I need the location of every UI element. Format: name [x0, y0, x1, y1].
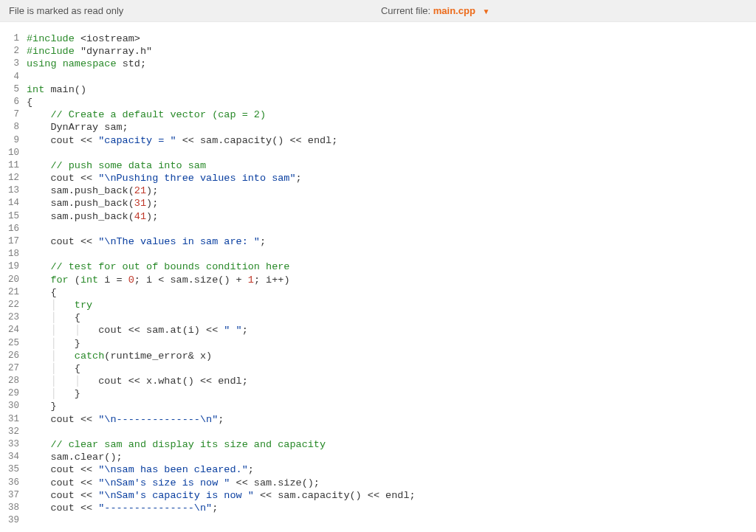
- line-number: 18: [0, 248, 19, 260]
- code-line: int main(): [27, 83, 756, 96]
- line-number: 29: [0, 387, 19, 400]
- line-number: 4: [0, 71, 19, 83]
- line-number: 38: [0, 502, 19, 514]
- line-number: 20: [0, 274, 19, 286]
- line-number: 11: [0, 159, 19, 172]
- line-number: 21: [0, 286, 19, 299]
- code-line: for (int i = 0; i < sam.size() + 1; i++): [27, 274, 756, 286]
- code-line: │ catch(runtime_error& x): [27, 350, 756, 362]
- code-line: [27, 223, 756, 235]
- line-number: 25: [0, 337, 19, 350]
- code-line: [27, 426, 756, 438]
- code-editor: 1234567891011121314151617181920212223242…: [0, 22, 756, 527]
- code-line: #include "dynarray.h": [27, 45, 756, 58]
- line-number: 5: [0, 83, 19, 96]
- line-number: 6: [0, 96, 19, 108]
- code-line: │ {: [27, 311, 756, 324]
- line-number: 3: [0, 58, 19, 70]
- line-number: 17: [0, 235, 19, 248]
- line-number: 19: [0, 260, 19, 273]
- readonly-indicator: File is marked as read only: [9, 5, 123, 16]
- line-number: 2: [0, 45, 19, 58]
- code-line: DynArray sam;: [27, 121, 756, 134]
- line-number: 23: [0, 311, 19, 324]
- line-number-gutter: 1234567891011121314151617181920212223242…: [0, 32, 27, 527]
- line-number: 35: [0, 463, 19, 476]
- line-number: 31: [0, 413, 19, 426]
- line-number: 8: [0, 121, 19, 134]
- line-number: 24: [0, 324, 19, 336]
- line-number: 34: [0, 451, 19, 463]
- code-line: │ │ cout << x.what() << endl;: [27, 375, 756, 387]
- line-number: 32: [0, 426, 19, 438]
- code-line: // clear sam and display its size and ca…: [27, 438, 756, 451]
- chevron-down-icon: ▼: [482, 7, 489, 15]
- code-line: cout << "\nSam's capacity is now " << sa…: [27, 489, 756, 502]
- line-number: 26: [0, 350, 19, 362]
- code-line: sam.clear();: [27, 451, 756, 463]
- code-line: cout << "\nSam's size is now " << sam.si…: [27, 477, 756, 489]
- line-number: 13: [0, 184, 19, 197]
- current-file-label: Current file:: [381, 5, 430, 16]
- code-line: cout << "---------------\n";: [27, 502, 756, 514]
- code-line: │ try: [27, 299, 756, 311]
- code-content[interactable]: #include <iostream>#include "dynarray.h"…: [27, 32, 756, 527]
- code-line: │ {: [27, 362, 756, 375]
- line-number: 28: [0, 375, 19, 387]
- line-number: 33: [0, 438, 19, 451]
- code-line: sam.push_back(31);: [27, 197, 756, 210]
- code-line: // test for out of bounds condition here: [27, 260, 756, 273]
- code-line: cout << "\nPushing three values into sam…: [27, 172, 756, 184]
- line-number: 27: [0, 362, 19, 375]
- code-line: [27, 71, 756, 83]
- code-line: sam.push_back(21);: [27, 184, 756, 197]
- line-number: 1: [0, 32, 19, 45]
- line-number: 30: [0, 400, 19, 412]
- code-line: │ │ cout << sam.at(i) << " ";: [27, 324, 756, 336]
- code-line: #include <iostream>: [27, 32, 756, 45]
- code-line: }: [27, 400, 756, 412]
- code-line: // push some data into sam: [27, 159, 756, 172]
- code-line: // Create a default vector (cap = 2): [27, 108, 756, 121]
- code-line: [27, 147, 756, 159]
- line-number: 16: [0, 223, 19, 235]
- line-number: 15: [0, 210, 19, 223]
- editor-header: File is marked as read only Current file…: [0, 0, 756, 22]
- line-number: 10: [0, 147, 19, 159]
- line-number: 37: [0, 489, 19, 502]
- code-line: cout << "\nThe values in sam are: ";: [27, 235, 756, 248]
- line-number: 7: [0, 108, 19, 121]
- line-number: 22: [0, 299, 19, 311]
- code-line: using namespace std;: [27, 58, 756, 70]
- code-line: cout << "\nsam has been cleared.";: [27, 463, 756, 476]
- code-line: │ }: [27, 387, 756, 400]
- code-line: {: [27, 286, 756, 299]
- current-file-selector[interactable]: Current file: main.cpp ▼: [123, 5, 747, 16]
- line-number: 36: [0, 477, 19, 489]
- current-file-name: main.cpp: [433, 5, 475, 16]
- line-number: 14: [0, 197, 19, 210]
- line-number: 39: [0, 514, 19, 527]
- code-line: [27, 514, 756, 527]
- line-number: 9: [0, 134, 19, 147]
- code-line: sam.push_back(41);: [27, 210, 756, 223]
- code-line: cout << "\n--------------\n";: [27, 413, 756, 426]
- code-line: cout << "capacity = " << sam.capacity() …: [27, 134, 756, 147]
- line-number: 12: [0, 172, 19, 184]
- code-line: [27, 248, 756, 260]
- code-line: {: [27, 96, 756, 108]
- code-line: │ }: [27, 337, 756, 350]
